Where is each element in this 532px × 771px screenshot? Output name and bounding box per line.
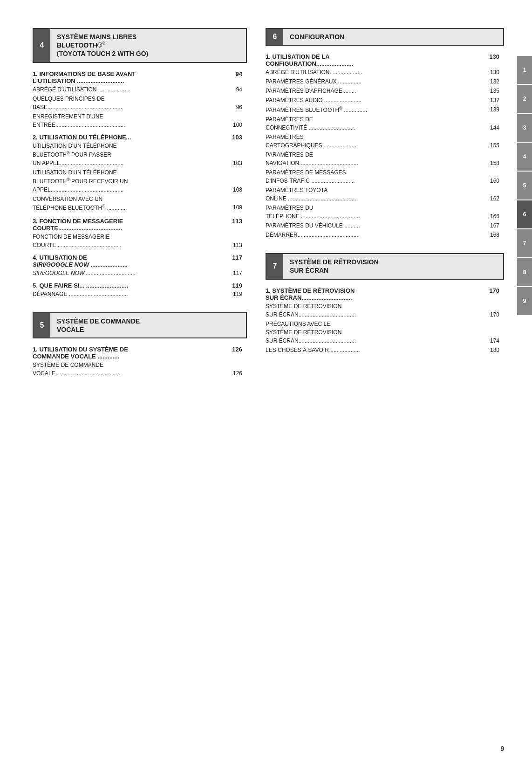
chapter5-title-line1: SYSTÈME DE COMMANDE [57, 317, 239, 325]
chapter4-title-line3: (Toyota Touch 2 with Go) [57, 49, 239, 58]
ch6-entry-generaux: PARAMÈTRES GÉNÉRAUX ............... 132 [266, 77, 504, 86]
side-tab-8[interactable]: 8 [517, 258, 532, 286]
side-tab-label-5: 5 [523, 182, 526, 189]
ch7-section1-header: 1. SYSTÈME DE RÉTROVISION SUR ÉCRAN.....… [266, 287, 504, 301]
ch4-section5-header: 5. QUE FAIRE SI... .....................… [33, 282, 247, 289]
chapter4-header: 4 SYSTÈME MAINS LIBRES Bluetooth®® (Toyo… [33, 28, 247, 63]
left-column: 4 SYSTÈME MAINS LIBRES Bluetooth®® (Toyo… [33, 28, 247, 743]
ch6-entry-messages-trafic: PARAMÈTRES DE MESSAGES D'INFOS-TRAFIC ..… [266, 168, 504, 185]
side-tab-5[interactable]: 5 [517, 172, 532, 200]
ch6-entry-cartographiques: PARAMÈTRES CARTOGRAPHIQUES .............… [266, 133, 504, 150]
side-tab-9[interactable]: 9 [517, 287, 532, 315]
side-tab-6[interactable]: 6 [517, 200, 532, 228]
chapter5-header: 5 SYSTÈME DE COMMANDE VOCALE [33, 312, 247, 338]
ch4-entry-enregistrement: ENREGISTREMENT D'UNE ENTRÉE.............… [33, 112, 247, 129]
ch6-entry-telephone: PARAMÈTRES DU TÉLÉPHONE ................… [266, 204, 504, 220]
ch6-entry-vehicule: PARAMÈTRES DU VÉHICULE .......... 167 [266, 221, 504, 230]
side-tab-label-6: 6 [523, 211, 526, 218]
chapter7-title-box: SYSTÈME DE RÉTROVISION SUR ÉCRAN [283, 254, 503, 278]
page-number: 9 [500, 745, 504, 752]
chapter7-header: 7 SYSTÈME DE RÉTROVISION SUR ÉCRAN [266, 253, 504, 279]
ch4-section1-page: 94 [236, 70, 242, 84]
right-column: 6 CONFIGURATION 1. UTILISATION DE LA CON… [266, 28, 504, 743]
chapter4-title-box: SYSTÈME MAINS LIBRES Bluetooth®® (Toyota… [50, 29, 246, 62]
chapter5-number: 5 [34, 313, 50, 337]
ch6-entry-bluetooth: PARAMÈTRES Bluetooth® ............... 13… [266, 105, 504, 114]
ch6-entry-connectivite: PARAMÈTRES DE CONNECTIVITÉ .............… [266, 115, 504, 132]
ch7-entry-retrovision: SYSTÈME DE RÉTROVISION SUR ÉCRAN........… [266, 302, 504, 319]
ch7-entry-precautions: PRÉCAUTIONS AVEC LE SYSTÈME DE RÉTROVISI… [266, 320, 504, 345]
ch4-entry-siri: Siri/Google Now ........................… [33, 269, 247, 277]
side-tab-3[interactable]: 3 [517, 114, 532, 142]
side-tab-label-7: 7 [523, 240, 526, 247]
side-tab-4[interactable]: 4 [517, 143, 532, 171]
chapter5-title-line2: VOCALE [57, 325, 239, 334]
chapter7-title-line1: SYSTÈME DE RÉTROVISION [290, 258, 497, 266]
ch6-entry-abrege: ABRÉGÉ D'UTILISATION....................… [266, 68, 504, 76]
side-tab-2[interactable]: 2 [517, 85, 532, 113]
ch6-entry-demarrer: DÉMARRER................................… [266, 231, 504, 239]
side-tab-label-2: 2 [523, 96, 526, 102]
ch4-entry-quelques: QUELQUES PRINCIPES DE BASE..............… [33, 95, 247, 111]
chapter6-title-box: CONFIGURATION [283, 29, 503, 45]
chapter7-title-line2: SUR ÉCRAN [290, 266, 497, 275]
chapter6-title: CONFIGURATION [290, 33, 497, 41]
chapter6-number: 6 [266, 29, 283, 45]
side-tab-label-4: 4 [523, 153, 526, 160]
ch4-entry-depannage: DÉPANNAGE ..............................… [33, 290, 247, 298]
side-tab-label-8: 8 [523, 269, 526, 275]
ch4-section2-header: 2. UTILISATION DU TÉLÉPHONE... 103 [33, 134, 247, 141]
side-tab-label-9: 9 [523, 298, 526, 304]
side-tab-7[interactable]: 7 [517, 229, 532, 257]
ch6-entry-navigation: PARAMÈTRES DE NAVIGATION................… [266, 151, 504, 167]
ch5-section1-header: 1. UTILISATION DU SYSTÈME DE COMMANDE VO… [33, 346, 247, 360]
main-columns: 4 SYSTÈME MAINS LIBRES Bluetooth®® (Toyo… [33, 28, 504, 743]
ch4-section1-label: 1. INFORMATIONS DE BASE AVANT L'UTILISAT… [33, 70, 136, 84]
ch4-entry-abrege: ABRÉGÉ D'UTILISATION ...................… [33, 85, 247, 94]
side-tab-1[interactable]: 1 [517, 56, 532, 84]
chapter4-number: 4 [34, 29, 50, 62]
ch6-section1-header: 1. UTILISATION DE LA CONFIGURATION......… [266, 53, 504, 67]
side-tabs: 1 2 3 4 5 6 7 8 9 [517, 56, 532, 315]
chapter7-number: 7 [266, 254, 283, 278]
ch6-entry-toyota-online: PARAMÈTRES TOYOTA ONLINE ...............… [266, 186, 504, 203]
ch4-entry-utilisation-passer: UTILISATION D'UN TÉLÉPHONE Bluetooth® PO… [33, 142, 247, 167]
ch4-section3-header: 3. FONCTION DE MESSAGERIE COURTE........… [33, 218, 247, 232]
page-container: 1 2 3 4 5 6 7 8 9 4 SYSTÈME MAINS LIBRES… [0, 0, 532, 771]
ch4-entry-messagerie: FONCTION DE MESSAGERIE COURTE ..........… [33, 233, 247, 249]
side-tab-label-1: 1 [523, 67, 526, 73]
ch5-entry-commande: SYSTÈME DE COMMANDE VOCALE..............… [33, 361, 247, 378]
ch4-section4-header: 4. UTILISATION DE Siri/Google Now ......… [33, 254, 247, 268]
ch4-section1-header: 1. INFORMATIONS DE BASE AVANT L'UTILISAT… [33, 70, 247, 84]
chapter4-title-line2: Bluetooth®® [57, 41, 239, 49]
ch4-entry-conversation: CONVERSATION AVEC UN TÉLÉPHONE Bluetooth… [33, 195, 247, 212]
chapter4-title-line1: SYSTÈME MAINS LIBRES [57, 33, 239, 41]
side-tab-label-3: 3 [523, 124, 526, 131]
ch4-entry-utilisation-recevoir: UTILISATION D'UN TÉLÉPHONE Bluetooth® PO… [33, 168, 247, 194]
chapter5-title-box: SYSTÈME DE COMMANDE VOCALE [50, 313, 246, 337]
ch6-entry-affichage: PARAMÈTRES D'AFFICHAGE......... 135 [266, 87, 504, 95]
chapter6-header: 6 CONFIGURATION [266, 28, 504, 46]
ch6-entry-audio: PARAMÈTRES AUDIO .......................… [266, 96, 504, 104]
ch7-entry-choses: LES CHOSES À SAVOIR ................... … [266, 346, 504, 354]
